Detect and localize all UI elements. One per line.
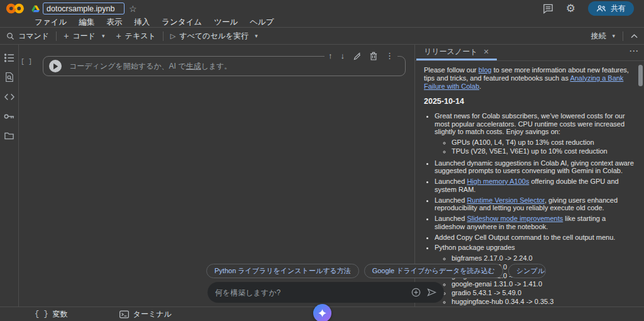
menu-item-view[interactable]: 表示 (106, 17, 122, 28)
secrets-key-icon[interactable] (4, 111, 15, 121)
header: ☆ ⚙ 共有 (0, 0, 644, 28)
generate-with-ai-link[interactable]: 生成 (186, 62, 201, 70)
panel-scrollbar[interactable] (638, 65, 643, 86)
settings-gear-icon[interactable]: ⚙ (566, 2, 575, 15)
ai-suggestion-chips: Python ライブラリをインストールする方法Google ドライブからデータを… (206, 264, 546, 278)
release-notes-text: Python package upgrades (435, 244, 515, 251)
variables-label: 変数 (53, 309, 68, 320)
cell-more-options-icon[interactable]: ⋮ (386, 51, 394, 60)
menu-item-runtime[interactable]: ランタイム (162, 17, 202, 28)
release-notes-text: Please follow our (424, 66, 479, 74)
share-button-label: 共有 (611, 3, 626, 14)
chevron-down-icon: ▾ (612, 33, 615, 39)
ai-chat-bar[interactable] (208, 282, 444, 303)
release-notes-item: Launched Runtime Version Selector, givin… (435, 196, 635, 213)
plus-icon: + (64, 31, 69, 41)
run-all-icon: ▷ (170, 32, 175, 40)
run-all-button[interactable]: ▷ すべてのセルを実行 ▾ (170, 31, 258, 42)
release-notes-text: Great news for Colab subscribers, we’ve … (435, 112, 625, 136)
menu-item-file[interactable]: ファイル (35, 17, 67, 28)
files-folder-icon[interactable] (4, 130, 15, 141)
release-notes-subitem: TPUs (V28, V5E1, V6E1) up to 10% cost re… (452, 147, 635, 155)
cell-execution-indicator: [ ] (21, 59, 32, 65)
panel-more-options-icon[interactable]: ⋯ (629, 45, 639, 57)
comment-icon[interactable] (543, 4, 553, 14)
release-notes-text: Launched dynamic suggestions in Colab AI… (435, 159, 634, 175)
cell-placeholder[interactable]: コーディングを開始するか、AI で生成します。 (69, 61, 231, 72)
panel-tabbar: リリースノート ✕ ⋯ (415, 45, 644, 61)
add-text-cell-button[interactable]: + テキスト (116, 31, 155, 42)
share-button[interactable]: 共有 (588, 1, 634, 16)
cell-placeholder-text: コーディングを開始するか、AI で (69, 62, 186, 70)
menu-item-tools[interactable]: ツール (214, 17, 238, 28)
notebook-toolbar: コマンド + コード ▾ + テキスト ▷ すべてのセルを実行 ▾ 接続 ▾ (0, 28, 644, 45)
release-notes-subitem: google-genai 1.31.0 -> 1.41.0 (452, 280, 635, 288)
release-date-heading: 2025-10-14 (424, 97, 635, 106)
gemini-spark-button[interactable] (313, 304, 331, 321)
menu-bar: ファイル 編集 表示 挿入 ランタイム ツール ヘルプ (0, 17, 644, 27)
release-notes-link[interactable]: blog (479, 66, 492, 74)
code-cell[interactable]: コーディングを開始するか、AI で生成します。 ↑ ↓ ⋮ (43, 56, 406, 76)
terminal-icon (119, 310, 129, 318)
notebook-filename-input[interactable] (43, 3, 125, 14)
release-notes-subitem: gradio 5.43.1 -> 5.49.0 (452, 289, 635, 297)
terminal-label: ターミナル (133, 309, 172, 320)
release-notes-intro: Please follow our blog to see more infor… (424, 66, 635, 90)
run-cell-button[interactable] (49, 60, 62, 72)
release-notes-item: Launched High memory A100s offering doub… (435, 177, 635, 194)
move-cell-up-icon[interactable]: ↑ (328, 51, 333, 60)
terminal-tab[interactable]: ターミナル (119, 309, 172, 320)
ai-chat-input[interactable] (215, 288, 405, 297)
add-text-label: テキスト (125, 31, 156, 42)
release-notes-link[interactable]: High memory A100s (467, 177, 529, 185)
release-notes-text: Launched (435, 196, 467, 204)
move-cell-down-icon[interactable]: ↓ (341, 51, 345, 60)
release-notes-text: Launched (435, 215, 467, 222)
code-snippets-icon[interactable] (4, 91, 15, 102)
release-notes-sublist: GPUs (A100, L4, T4) up to 13% cost reduc… (435, 138, 635, 155)
table-of-contents-icon[interactable] (4, 52, 15, 63)
release-notes-item: Great news for Colab subscribers, we’ve … (435, 112, 635, 155)
edit-with-ai-icon[interactable] (353, 52, 362, 60)
release-notes-link[interactable]: Runtime Version Selector (467, 196, 545, 204)
chip-simple-ml[interactable]: シンプルな M (508, 264, 546, 278)
release-notes-text: . (479, 82, 481, 90)
search-icon (6, 32, 14, 40)
release-notes-item: Launched dynamic suggestions in Colab AI… (435, 159, 635, 176)
close-icon[interactable]: ✕ (483, 48, 489, 56)
release-notes-item: Launched Slideshow mode improvements lik… (435, 215, 635, 231)
find-replace-icon[interactable] (4, 72, 15, 82)
tab-release-notes-label: リリースノート (424, 47, 477, 57)
colab-logo-icon (5, 3, 25, 14)
chip-load-data-from-drive[interactable]: Google ドライブからデータを読み込む (364, 264, 503, 278)
release-notes-subitem: huggingface-hub 0.34.4 -> 0.35.3 (452, 298, 635, 306)
chip-install-python-library[interactable]: Python ライブラリをインストールする方法 (206, 264, 359, 278)
attach-plus-icon[interactable] (411, 288, 421, 297)
command-palette-label: コマンド (18, 31, 49, 42)
send-icon[interactable] (427, 288, 436, 296)
run-all-label: すべてのセルを実行 (179, 31, 248, 42)
people-icon (596, 4, 606, 13)
tab-release-notes[interactable]: リリースノート ✕ (416, 45, 497, 60)
cell-placeholder-suffix: します。 (201, 62, 231, 70)
menu-item-insert[interactable]: 挿入 (134, 17, 150, 28)
release-notes-text: Launched (435, 177, 467, 185)
cell-toolbar: ↑ ↓ ⋮ (325, 51, 397, 60)
collapse-header-icon[interactable] (631, 34, 638, 38)
add-code-cell-button[interactable]: + コード ▾ (64, 31, 104, 42)
menu-item-help[interactable]: ヘルプ (250, 17, 274, 28)
connect-label: 接続 (591, 31, 606, 42)
command-palette-button[interactable]: コマンド (6, 31, 49, 42)
add-code-label: コード (72, 31, 96, 42)
release-notes-link[interactable]: Slideshow mode improvements (467, 215, 563, 222)
chevron-down-icon: ▾ (102, 33, 105, 39)
star-icon[interactable]: ☆ (129, 4, 137, 14)
release-notes-subitem: bigframes 2.17.0 -> 2.24.0 (452, 254, 635, 262)
chevron-down-icon: ▾ (255, 33, 258, 39)
connect-button[interactable]: 接続 ▾ (591, 31, 615, 42)
left-sidebar (0, 45, 19, 307)
variables-tab[interactable]: { } 変数 (35, 309, 68, 320)
menu-item-edit[interactable]: 編集 (79, 17, 94, 28)
release-notes-text: Added Copy Cell Output command to the ce… (435, 234, 615, 241)
delete-cell-icon[interactable] (370, 52, 377, 60)
